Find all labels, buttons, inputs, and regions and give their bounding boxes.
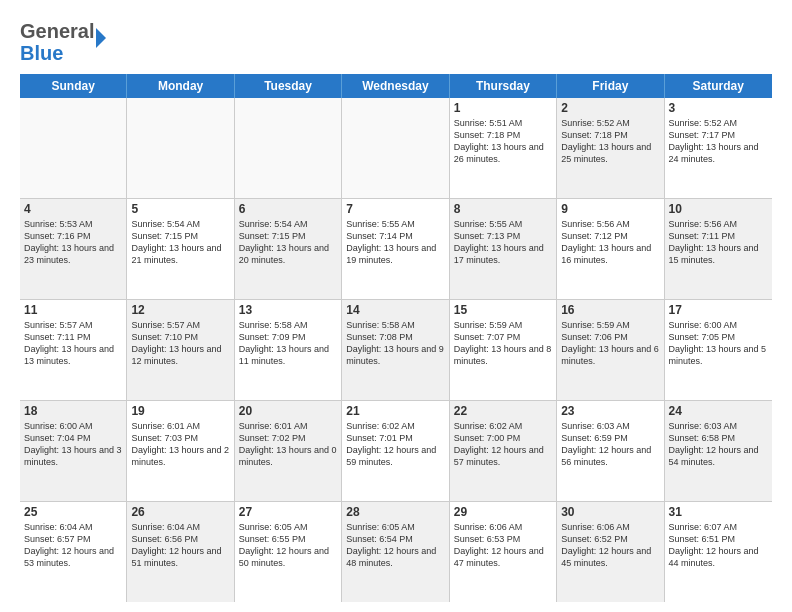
day-number: 4 — [24, 202, 122, 216]
empty-cell — [235, 98, 342, 198]
day-number: 18 — [24, 404, 122, 418]
day-cell-2: 2Sunrise: 5:52 AM Sunset: 7:18 PM Daylig… — [557, 98, 664, 198]
calendar: SundayMondayTuesdayWednesdayThursdayFrid… — [20, 74, 772, 602]
day-of-week-friday: Friday — [557, 74, 664, 98]
week-row-5: 25Sunrise: 6:04 AM Sunset: 6:57 PM Dayli… — [20, 502, 772, 602]
page: GeneralBlue SundayMondayTuesdayWednesday… — [0, 0, 792, 612]
empty-cell — [127, 98, 234, 198]
day-number: 7 — [346, 202, 444, 216]
cell-info: Sunrise: 5:59 AM Sunset: 7:06 PM Dayligh… — [561, 319, 659, 368]
svg-marker-2 — [96, 28, 106, 48]
day-number: 26 — [131, 505, 229, 519]
cell-info: Sunrise: 5:57 AM Sunset: 7:11 PM Dayligh… — [24, 319, 122, 368]
day-cell-23: 23Sunrise: 6:03 AM Sunset: 6:59 PM Dayli… — [557, 401, 664, 501]
day-number: 23 — [561, 404, 659, 418]
day-number: 27 — [239, 505, 337, 519]
cell-info: Sunrise: 5:51 AM Sunset: 7:18 PM Dayligh… — [454, 117, 552, 166]
day-cell-8: 8Sunrise: 5:55 AM Sunset: 7:13 PM Daylig… — [450, 199, 557, 299]
day-number: 12 — [131, 303, 229, 317]
day-of-week-sunday: Sunday — [20, 74, 127, 98]
day-of-week-wednesday: Wednesday — [342, 74, 449, 98]
day-of-week-thursday: Thursday — [450, 74, 557, 98]
day-number: 8 — [454, 202, 552, 216]
cell-info: Sunrise: 5:54 AM Sunset: 7:15 PM Dayligh… — [239, 218, 337, 267]
cell-info: Sunrise: 5:58 AM Sunset: 7:08 PM Dayligh… — [346, 319, 444, 368]
day-number: 22 — [454, 404, 552, 418]
day-cell-6: 6Sunrise: 5:54 AM Sunset: 7:15 PM Daylig… — [235, 199, 342, 299]
svg-text:General: General — [20, 20, 94, 42]
week-row-2: 4Sunrise: 5:53 AM Sunset: 7:16 PM Daylig… — [20, 199, 772, 300]
day-of-week-monday: Monday — [127, 74, 234, 98]
header: GeneralBlue — [20, 18, 772, 64]
day-number: 25 — [24, 505, 122, 519]
day-cell-7: 7Sunrise: 5:55 AM Sunset: 7:14 PM Daylig… — [342, 199, 449, 299]
cell-info: Sunrise: 6:01 AM Sunset: 7:03 PM Dayligh… — [131, 420, 229, 469]
day-cell-26: 26Sunrise: 6:04 AM Sunset: 6:56 PM Dayli… — [127, 502, 234, 602]
day-cell-17: 17Sunrise: 6:00 AM Sunset: 7:05 PM Dayli… — [665, 300, 772, 400]
cell-info: Sunrise: 6:03 AM Sunset: 6:59 PM Dayligh… — [561, 420, 659, 469]
cell-info: Sunrise: 6:01 AM Sunset: 7:02 PM Dayligh… — [239, 420, 337, 469]
day-cell-21: 21Sunrise: 6:02 AM Sunset: 7:01 PM Dayli… — [342, 401, 449, 501]
day-number: 17 — [669, 303, 768, 317]
day-number: 20 — [239, 404, 337, 418]
day-number: 10 — [669, 202, 768, 216]
cell-info: Sunrise: 5:55 AM Sunset: 7:13 PM Dayligh… — [454, 218, 552, 267]
day-cell-13: 13Sunrise: 5:58 AM Sunset: 7:09 PM Dayli… — [235, 300, 342, 400]
day-cell-22: 22Sunrise: 6:02 AM Sunset: 7:00 PM Dayli… — [450, 401, 557, 501]
cell-info: Sunrise: 5:53 AM Sunset: 7:16 PM Dayligh… — [24, 218, 122, 267]
day-number: 5 — [131, 202, 229, 216]
day-number: 19 — [131, 404, 229, 418]
day-of-week-saturday: Saturday — [665, 74, 772, 98]
cell-info: Sunrise: 6:05 AM Sunset: 6:55 PM Dayligh… — [239, 521, 337, 570]
cell-info: Sunrise: 6:00 AM Sunset: 7:04 PM Dayligh… — [24, 420, 122, 469]
day-cell-20: 20Sunrise: 6:01 AM Sunset: 7:02 PM Dayli… — [235, 401, 342, 501]
cell-info: Sunrise: 6:06 AM Sunset: 6:53 PM Dayligh… — [454, 521, 552, 570]
day-cell-28: 28Sunrise: 6:05 AM Sunset: 6:54 PM Dayli… — [342, 502, 449, 602]
day-number: 2 — [561, 101, 659, 115]
logo-svg: GeneralBlue — [20, 18, 110, 64]
cell-info: Sunrise: 6:05 AM Sunset: 6:54 PM Dayligh… — [346, 521, 444, 570]
cell-info: Sunrise: 5:59 AM Sunset: 7:07 PM Dayligh… — [454, 319, 552, 368]
cell-info: Sunrise: 6:02 AM Sunset: 7:01 PM Dayligh… — [346, 420, 444, 469]
day-cell-18: 18Sunrise: 6:00 AM Sunset: 7:04 PM Dayli… — [20, 401, 127, 501]
day-number: 31 — [669, 505, 768, 519]
day-cell-1: 1Sunrise: 5:51 AM Sunset: 7:18 PM Daylig… — [450, 98, 557, 198]
day-number: 9 — [561, 202, 659, 216]
week-row-3: 11Sunrise: 5:57 AM Sunset: 7:11 PM Dayli… — [20, 300, 772, 401]
day-cell-31: 31Sunrise: 6:07 AM Sunset: 6:51 PM Dayli… — [665, 502, 772, 602]
cell-info: Sunrise: 5:52 AM Sunset: 7:18 PM Dayligh… — [561, 117, 659, 166]
day-number: 21 — [346, 404, 444, 418]
day-number: 3 — [669, 101, 768, 115]
day-cell-16: 16Sunrise: 5:59 AM Sunset: 7:06 PM Dayli… — [557, 300, 664, 400]
svg-text:Blue: Blue — [20, 42, 63, 64]
cell-info: Sunrise: 6:03 AM Sunset: 6:58 PM Dayligh… — [669, 420, 768, 469]
logo: GeneralBlue — [20, 18, 110, 64]
cell-info: Sunrise: 5:54 AM Sunset: 7:15 PM Dayligh… — [131, 218, 229, 267]
day-cell-11: 11Sunrise: 5:57 AM Sunset: 7:11 PM Dayli… — [20, 300, 127, 400]
day-cell-14: 14Sunrise: 5:58 AM Sunset: 7:08 PM Dayli… — [342, 300, 449, 400]
cell-info: Sunrise: 6:06 AM Sunset: 6:52 PM Dayligh… — [561, 521, 659, 570]
cell-info: Sunrise: 6:04 AM Sunset: 6:57 PM Dayligh… — [24, 521, 122, 570]
day-cell-27: 27Sunrise: 6:05 AM Sunset: 6:55 PM Dayli… — [235, 502, 342, 602]
day-cell-9: 9Sunrise: 5:56 AM Sunset: 7:12 PM Daylig… — [557, 199, 664, 299]
day-number: 28 — [346, 505, 444, 519]
cell-info: Sunrise: 6:02 AM Sunset: 7:00 PM Dayligh… — [454, 420, 552, 469]
empty-cell — [342, 98, 449, 198]
day-number: 29 — [454, 505, 552, 519]
day-number: 13 — [239, 303, 337, 317]
day-cell-29: 29Sunrise: 6:06 AM Sunset: 6:53 PM Dayli… — [450, 502, 557, 602]
calendar-header: SundayMondayTuesdayWednesdayThursdayFrid… — [20, 74, 772, 98]
day-cell-5: 5Sunrise: 5:54 AM Sunset: 7:15 PM Daylig… — [127, 199, 234, 299]
day-number: 14 — [346, 303, 444, 317]
cell-info: Sunrise: 5:58 AM Sunset: 7:09 PM Dayligh… — [239, 319, 337, 368]
week-row-1: 1Sunrise: 5:51 AM Sunset: 7:18 PM Daylig… — [20, 98, 772, 199]
day-number: 1 — [454, 101, 552, 115]
cell-info: Sunrise: 5:56 AM Sunset: 7:11 PM Dayligh… — [669, 218, 768, 267]
cell-info: Sunrise: 6:00 AM Sunset: 7:05 PM Dayligh… — [669, 319, 768, 368]
day-number: 6 — [239, 202, 337, 216]
cell-info: Sunrise: 5:52 AM Sunset: 7:17 PM Dayligh… — [669, 117, 768, 166]
day-cell-15: 15Sunrise: 5:59 AM Sunset: 7:07 PM Dayli… — [450, 300, 557, 400]
day-of-week-tuesday: Tuesday — [235, 74, 342, 98]
day-cell-4: 4Sunrise: 5:53 AM Sunset: 7:16 PM Daylig… — [20, 199, 127, 299]
cell-info: Sunrise: 6:04 AM Sunset: 6:56 PM Dayligh… — [131, 521, 229, 570]
